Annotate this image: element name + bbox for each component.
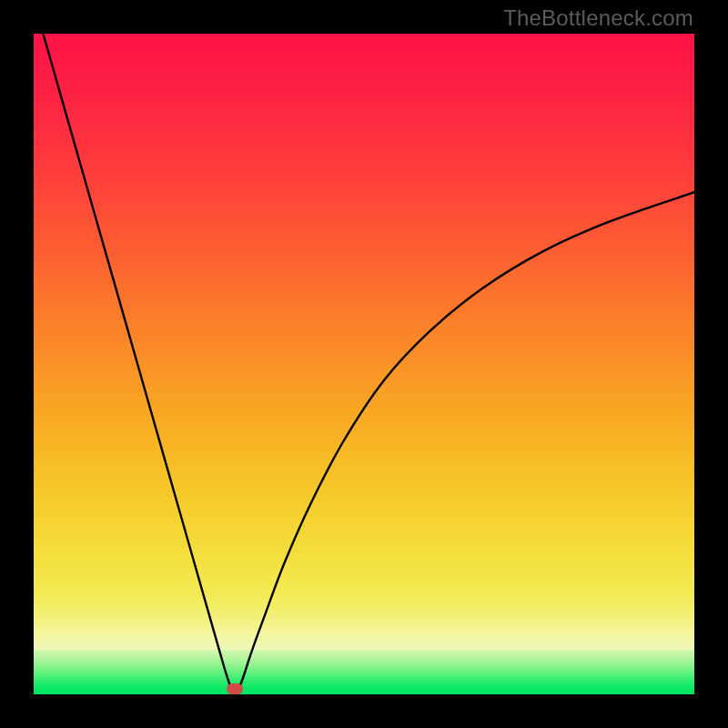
optimal-point-marker xyxy=(227,683,243,694)
watermark-text: TheBottleneck.com xyxy=(503,5,693,31)
curve-svg xyxy=(34,34,694,694)
chart-frame: TheBottleneck.com xyxy=(0,0,728,728)
bottleneck-curve xyxy=(34,34,694,694)
plot-area xyxy=(34,34,694,694)
